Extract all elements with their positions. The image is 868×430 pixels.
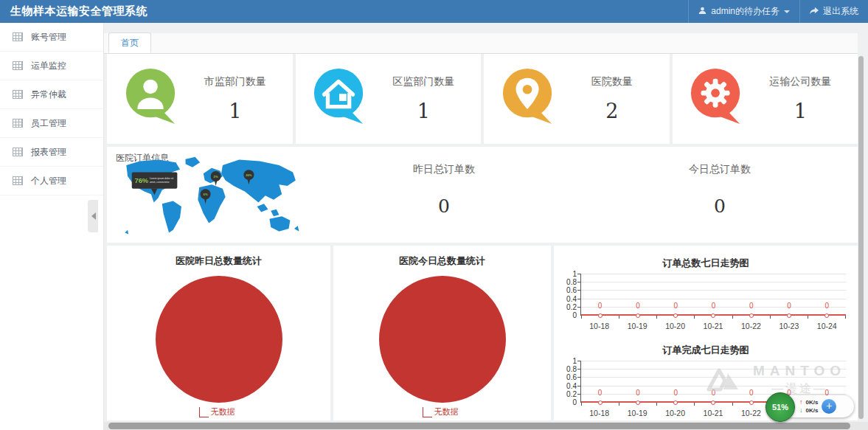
grid-icon — [13, 176, 23, 185]
label-leader-line — [199, 407, 209, 417]
sidebar-item-personal[interactable]: 个人管理 — [0, 167, 103, 195]
logout-button[interactable]: 退出系统 — [799, 0, 868, 23]
map-tooltip: 76% Lorem ipsum dolor sit amet, consecte… — [132, 172, 178, 195]
sidebar-item-label: 账号管理 — [31, 31, 66, 44]
logout-label: 退出系统 — [823, 5, 858, 18]
horizontal-scrollbar-thumb[interactable] — [108, 423, 850, 429]
stat-card-transport-companies: 运输公司数量 1 — [673, 54, 858, 144]
svg-text:6%: 6% — [204, 193, 208, 196]
pie-chart-today: 医院今日总数量统计 无数据 — [333, 246, 551, 420]
grid-icon — [13, 148, 23, 156]
sidebar-item-label: 员工管理 — [31, 117, 66, 130]
app-title: 生物样本运输安全管理系统 — [0, 4, 147, 18]
stat-card-value: 1 — [794, 100, 807, 122]
stat-card-label: 区监部门数量 — [392, 75, 454, 89]
no-data-label: 无数据 — [104, 403, 327, 414]
map-pin-europe: 2% — [211, 171, 221, 186]
pie-chart-title: 医院今日总数量统计 — [333, 246, 551, 266]
tab-home[interactable]: 首页 — [108, 32, 151, 53]
user-bubble-icon — [125, 67, 179, 131]
pin-bubble-icon — [501, 67, 556, 131]
svg-text:26%: 26% — [246, 173, 252, 177]
grid-icon — [13, 61, 23, 70]
sidebar-item-label: 个人管理 — [31, 175, 66, 187]
stat-card-district-depts: 区监部门数量 1 — [296, 54, 482, 144]
horizontal-scrollbar-track[interactable] — [103, 422, 868, 430]
pie-chart-title: 医院昨日总数量统计 — [107, 246, 330, 266]
line-chart-total-orders: 订单总数七日走势图 1 0.8 0.6 0.4 0.2 0 0000000 — [554, 246, 858, 333]
stat-card-value: 2 — [605, 100, 618, 122]
line-chart-title: 订单完成七日走势图 — [554, 333, 858, 356]
yesterday-orders-label: 昨日总订单数 — [306, 163, 582, 176]
no-data-label: 无数据 — [330, 403, 548, 414]
speed-monitor-widget: ↑ 0K/s ↓ 0K/s + 51% — [765, 392, 864, 421]
logout-arrow-icon — [810, 7, 819, 17]
grid-icon — [13, 119, 23, 128]
stat-card-label: 医院数量 — [591, 75, 633, 89]
vertical-scrollbar[interactable] — [858, 56, 864, 419]
sidebar-item-waybill-monitor[interactable]: 运单监控 — [0, 52, 103, 80]
pie-placeholder-circle — [379, 276, 506, 403]
label-leader-line — [423, 407, 432, 417]
top-header: 生物样本运输安全管理系统 admin的待办任务 退出系统 — [0, 0, 868, 23]
stat-card-value: 1 — [417, 100, 430, 122]
today-orders: 今日总订单数 0 — [582, 147, 858, 243]
admin-tasks-label: admin的待办任务 — [711, 5, 780, 18]
admin-tasks-button[interactable]: admin的待办任务 — [688, 0, 799, 23]
hospital-orders-panel: 医院订单信息 — [107, 147, 858, 243]
download-rate: 0K/s — [806, 407, 819, 414]
line-chart-title: 订单总数七日走势图 — [554, 246, 858, 268]
sidebar-item-accounts[interactable]: 账号管理 — [0, 23, 103, 52]
header-actions: admin的待办任务 退出系统 — [688, 0, 868, 23]
home-bubble-icon — [313, 67, 367, 131]
gear-bubble-icon — [690, 67, 744, 131]
user-icon — [698, 7, 706, 17]
world-map-image: 2% 26% 6% 76% — [117, 156, 306, 241]
tab-bar: 首页 — [104, 33, 858, 54]
chevron-down-icon — [784, 10, 790, 16]
svg-text:amet, consectetur: amet, consectetur — [150, 181, 170, 184]
sidebar-item-exception-arbitration[interactable]: 异常仲裁 — [0, 80, 103, 109]
charts-row: 医院昨日总数量统计 无数据 医院今日总数量统计 无数据 订单总数七日走势图 1 — [107, 246, 858, 420]
svg-text:Lorem ipsum dolor sit: Lorem ipsum dolor sit — [150, 177, 173, 180]
yesterday-orders-value: 0 — [306, 195, 582, 217]
sidebar-collapse-toggle[interactable] — [88, 200, 98, 232]
sidebar-item-label: 运单监控 — [31, 60, 66, 72]
sidebar-item-label: 异常仲裁 — [31, 89, 66, 101]
upload-arrow-icon: ↑ — [799, 399, 803, 406]
app-window: 生物样本运输安全管理系统 admin的待办任务 退出系统 账号管理 — [0, 0, 868, 430]
widget-plus-button[interactable]: + — [822, 399, 836, 414]
memory-percent-badge[interactable]: 51% — [765, 392, 795, 422]
x-axis-labels: 10-1810-1910-2010-2110-2210-2310-24 — [580, 322, 846, 330]
data-markers — [581, 313, 846, 318]
grid-icon — [13, 90, 23, 99]
stat-card-city-depts: 市监部门数量 1 — [107, 54, 293, 144]
sidebar-item-label: 报表管理 — [31, 146, 66, 159]
upload-rate: 0K/s — [806, 399, 819, 406]
data-labels: 0000000 — [581, 302, 846, 310]
chevron-left-icon — [88, 212, 96, 220]
stat-card-label: 运输公司数量 — [769, 75, 831, 89]
pie-chart-yesterday: 医院昨日总数量统计 无数据 — [107, 246, 330, 420]
stat-card-hospitals: 医院数量 2 — [484, 54, 670, 144]
yesterday-orders: 昨日总订单数 0 — [306, 147, 582, 243]
svg-text:2%: 2% — [214, 175, 218, 178]
stat-card-label: 市监部门数量 — [204, 75, 266, 89]
line-chart-plot: 1 0.8 0.6 0.4 0.2 0 0000000 — [580, 274, 846, 316]
today-orders-label: 今日总订单数 — [582, 163, 858, 176]
sidebar-item-staff[interactable]: 员工管理 — [0, 109, 103, 138]
stat-card-value: 1 — [229, 100, 241, 122]
stat-cards-row: 市监部门数量 1 区监部门数量 1 — [107, 54, 858, 144]
sidebar-item-reports[interactable]: 报表管理 — [0, 138, 103, 167]
grid-icon — [13, 32, 23, 41]
pie-placeholder-circle — [156, 276, 282, 403]
download-arrow-icon: ↓ — [799, 407, 803, 414]
today-orders-value: 0 — [582, 195, 858, 217]
svg-text:76%: 76% — [134, 177, 148, 184]
